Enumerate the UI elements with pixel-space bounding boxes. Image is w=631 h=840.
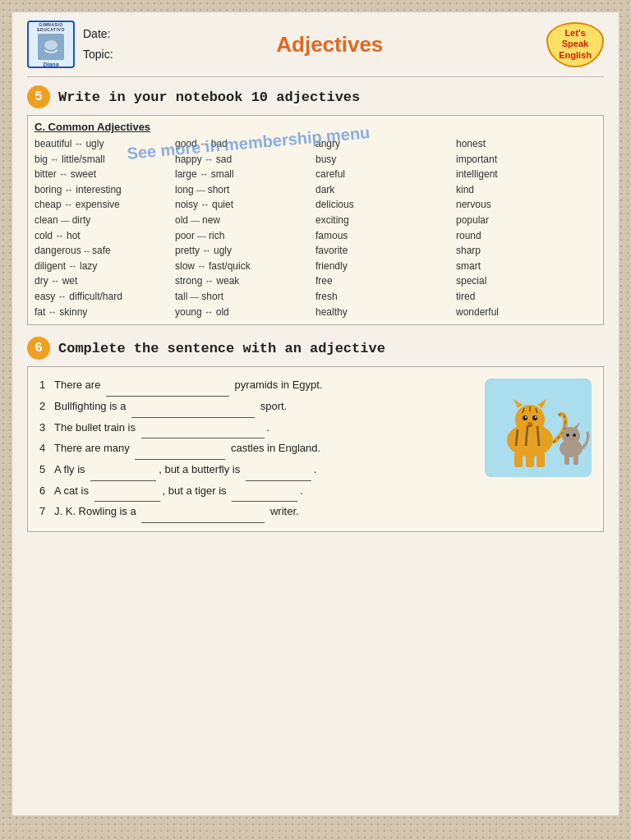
adj-single-nervous: nervous (456, 197, 596, 213)
exercise-items: 1 There are pyramids in Egypt. 2 Bullfig… (39, 375, 477, 523)
ex6-blank1[interactable] (94, 481, 160, 503)
adj-pair-slow: slow ↔ fast/quick (175, 259, 316, 274)
adj-pair-clean: clean — dirty (35, 213, 175, 228)
adj-single-friendly: friendly (316, 259, 456, 274)
adj-pair-old: old — new (175, 213, 316, 228)
svg-point-11 (523, 415, 527, 420)
tiger-cat-illustration (485, 379, 592, 477)
adj-pair-noisy: noisy ↔ quiet (175, 197, 316, 213)
ex-text-4: There are many castles in England. (54, 438, 477, 460)
date-topic-block: Date: Topic: (83, 24, 113, 65)
adj-pair-easy: easy ↔ difficult/hard (35, 289, 175, 305)
svg-rect-29 (573, 455, 578, 465)
adjectives-table-container: C. Common Adjectives See more in members… (27, 115, 604, 325)
adjectives-table-title: C. Common Adjectives (35, 121, 596, 133)
ex-text-2: Bullfighting is a sport. (54, 397, 477, 418)
adj-pair-dry: dry ↔ wet (35, 273, 175, 289)
adj-single-favorite: favorite (316, 243, 456, 259)
ex6-blank2[interactable] (232, 481, 297, 503)
exercise-container: 1 There are pyramids in Egypt. 2 Bullfig… (27, 366, 604, 532)
adj-pair-young: young ↔ old (175, 305, 316, 320)
ex-text-5: A fly is , but a butterfly is . (54, 460, 477, 481)
ex-text-7: J. K. Rowling is a writer. (54, 502, 477, 523)
adj-pair-poor: poor — rich (175, 228, 316, 244)
adj-single-fresh: fresh (316, 289, 456, 305)
ex-text-6: A cat is , but a tiger is . (54, 481, 477, 503)
adj-single-important: important (456, 152, 596, 168)
adj-single-wonderful: wonderful (456, 305, 596, 320)
ex5-blank2[interactable] (246, 460, 311, 481)
adj-single-tired: tired (456, 289, 596, 305)
adj-single-healthy: healthy (316, 305, 456, 320)
adj-pair-fat: fat ↔ skinny (35, 305, 175, 320)
exercise-item-2: 2 Bullfighting is a sport. (39, 397, 477, 418)
ex2-blank[interactable] (131, 397, 255, 418)
svg-point-15 (527, 422, 532, 425)
section5-header: 5 Write in your notebook 10 adjectives (27, 85, 604, 108)
svg-rect-28 (564, 455, 569, 465)
adj-col-2: good ↔ bad happy ↔ sad large ↔ small lon… (175, 136, 316, 319)
adj-col-3: angry busy careful dark delicious exciti… (316, 136, 456, 319)
adj-single-exciting: exciting (316, 213, 456, 228)
ex3-blank[interactable] (141, 418, 265, 439)
exercise-item-3: 3 The bullet train is . (39, 418, 477, 439)
adj-single-honest: honest (456, 136, 596, 152)
adj-single-angry: angry (316, 136, 456, 152)
exercise-rows-with-image: 1 There are pyramids in Egypt. 2 Bullfig… (39, 375, 592, 523)
date-label: Date: (83, 24, 113, 44)
adj-single-famous: famous (316, 228, 456, 244)
adj-pair-cheap: cheap ↔ expensive (35, 197, 175, 213)
adj-single-delicious: delicious (316, 197, 456, 213)
adj-pair-large: large ↔ small (175, 167, 316, 182)
adj-pair-tall: tall — short (175, 289, 316, 305)
adj-pair-big: big ↔ little/small (35, 152, 175, 168)
ex7-blank[interactable] (141, 502, 265, 523)
header-left: GIMNASIO EDUCATIVO Diana Date: Topic: (27, 21, 113, 68)
svg-point-27 (570, 438, 573, 440)
adj-pair-happy: happy ↔ sad (175, 152, 316, 168)
adj-pair-good: good ↔ bad (175, 136, 316, 152)
adj-single-free: free (316, 273, 456, 289)
svg-point-12 (532, 415, 537, 420)
logo-bottom-name: Diana (43, 62, 58, 67)
adj-single-dark: dark (316, 182, 456, 198)
page-title: Adjectives (113, 32, 546, 57)
adj-single-popular: popular (456, 213, 596, 228)
adjectives-grid: beautiful ↔ ugly big ↔ little/small bitt… (35, 136, 596, 319)
logo-school-name: GIMNASIO EDUCATIVO (30, 22, 71, 32)
section6-instruction: Complete the sentence with an adjective (58, 341, 385, 356)
adj-pair-boring: boring ↔ interesting (35, 182, 175, 198)
adj-single-special: special (456, 273, 596, 289)
adj-pair-strong: strong ↔ weak (175, 273, 316, 289)
ex1-blank[interactable] (106, 375, 229, 397)
ex-text-1: There are pyramids in Egypt. (54, 375, 477, 397)
lets-speak-english-logo: Let'sSpeakEnglish (546, 22, 604, 67)
adj-pair-cold: cold ↔ hot (35, 228, 175, 244)
ex-num-3: 3 (39, 418, 54, 438)
section5-number: 5 (27, 85, 50, 108)
school-logo: GIMNASIO EDUCATIVO Diana (27, 21, 75, 68)
svg-point-14 (535, 416, 537, 418)
ex-num-2: 2 (39, 397, 54, 417)
svg-rect-20 (537, 452, 545, 467)
svg-point-13 (525, 416, 527, 418)
header: GIMNASIO EDUCATIVO Diana Date: Topic: Ad… (27, 21, 604, 68)
ex5-blank1[interactable] (90, 460, 156, 481)
section6-header: 6 Complete the sentence with an adjectiv… (27, 337, 604, 360)
ex-num-6: 6 (39, 481, 54, 502)
adj-single-kind: kind (456, 182, 596, 198)
adj-pair-pretty: pretty ↔ ugly (175, 243, 316, 259)
adj-pair-bitter: bitter ↔ sweet (35, 167, 175, 182)
exercise-item-1: 1 There are pyramids in Egypt. (39, 375, 477, 397)
exercise-item-6: 6 A cat is , but a tiger is . (39, 481, 477, 503)
lets-speak-text: Let'sSpeakEnglish (559, 28, 592, 61)
header-divider (27, 76, 604, 77)
adj-single-sharp: sharp (456, 243, 596, 259)
exercise-item-4: 4 There are many castles in England. (39, 438, 477, 460)
svg-rect-18 (514, 452, 523, 467)
ex4-blank[interactable] (135, 438, 225, 460)
ex-text-3: The bullet train is . (54, 418, 477, 439)
adj-pair-dangerous: dangerous -- safe (35, 243, 175, 259)
svg-point-26 (573, 434, 576, 437)
logo-image (38, 34, 64, 60)
